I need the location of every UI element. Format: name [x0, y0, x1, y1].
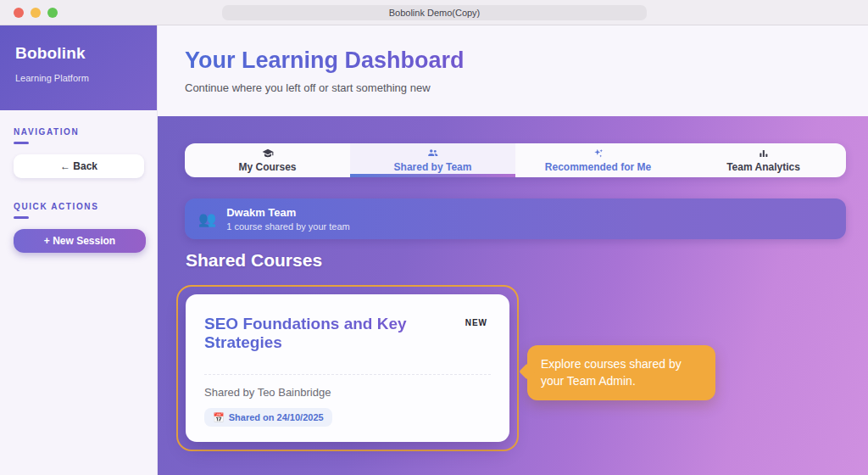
tab-team-analytics[interactable]: Team Analytics: [681, 143, 846, 177]
new-session-button[interactable]: + New Session: [14, 229, 146, 253]
team-course-count: 1 course shared by your team: [226, 221, 350, 232]
team-people-icon: 👥: [198, 212, 216, 226]
highlight-outline: SEO Foundations and Key Strategies NEW S…: [176, 285, 519, 451]
tabbar: My Courses Shared by Team Recommended fo…: [185, 143, 846, 177]
minimize-button[interactable]: [31, 8, 41, 18]
people-icon: [426, 148, 439, 159]
quick-actions-section-label: QUICK ACTIONS: [14, 202, 143, 211]
team-banner-text: Dwakm Team 1 course shared by your team: [226, 206, 350, 232]
window-title: Bobolink Demo(Copy): [389, 8, 481, 18]
course-title: SEO Foundations and Key Strategies: [204, 315, 457, 352]
graduation-cap-icon: [262, 148, 274, 159]
shared-date-badge: 📅 Shared on 24/10/2025: [204, 408, 332, 427]
page-title: Your Learning Dashboard: [185, 48, 465, 74]
course-card[interactable]: SEO Foundations and Key Strategies NEW S…: [186, 294, 509, 442]
shared-courses-heading: Shared Courses: [186, 250, 322, 271]
bar-chart-icon: [758, 148, 770, 159]
titlebar: Bobolink Demo(Copy): [0, 0, 868, 25]
navigation-underline: [14, 142, 29, 144]
traffic-lights: [14, 8, 58, 18]
sparkles-icon: [593, 148, 604, 159]
sidebar-body: NAVIGATION ← Back QUICK ACTIONS + New Se…: [0, 110, 157, 270]
dashboard-content: My Courses Shared by Team Recommended fo…: [158, 116, 868, 475]
zoom-button[interactable]: [47, 8, 58, 18]
navigation-section-label: NAVIGATION: [14, 127, 143, 137]
quick-actions-underline: [14, 216, 29, 219]
back-button[interactable]: ← Back: [14, 154, 144, 178]
tab-label: My Courses: [238, 161, 296, 173]
team-name: Dwakm Team: [226, 206, 350, 219]
tab-label: Recommended for Me: [545, 161, 651, 173]
brand-name: Bobolink: [15, 44, 142, 63]
tab-shared-by-team[interactable]: Shared by Team: [350, 143, 515, 177]
close-button[interactable]: [14, 8, 24, 18]
new-badge: NEW: [465, 318, 487, 327]
app-window: Bobolink Demo(Copy) Bobolink Learning Pl…: [0, 0, 868, 475]
window-title-tab[interactable]: Bobolink Demo(Copy): [222, 5, 647, 20]
brand-tagline: Learning Platform: [15, 73, 142, 83]
coach-tooltip: Explore courses shared by your Team Admi…: [527, 345, 715, 400]
tooltip-text: Explore courses shared by your Team Admi…: [541, 357, 682, 388]
page-header: Your Learning Dashboard Continue where y…: [158, 25, 868, 116]
main-area: Your Learning Dashboard Continue where y…: [158, 25, 868, 475]
tab-my-courses[interactable]: My Courses: [185, 143, 350, 177]
shared-date-text: Shared on 24/10/2025: [229, 412, 324, 422]
team-banner[interactable]: 👥 Dwakm Team 1 course shared by your tea…: [185, 198, 846, 239]
tab-recommended-for-me[interactable]: Recommended for Me: [515, 143, 681, 177]
shared-by-text: Shared by Teo Bainbridge: [204, 386, 491, 399]
course-card-header: SEO Foundations and Key Strategies NEW: [204, 315, 491, 352]
calendar-icon: 📅: [213, 413, 225, 422]
page-subtitle: Continue where you left off or start som…: [185, 81, 868, 94]
tab-label: Team Analytics: [726, 161, 800, 173]
sidebar: Bobolink Learning Platform NAVIGATION ← …: [0, 25, 158, 475]
sidebar-brand: Bobolink Learning Platform: [0, 25, 157, 110]
tab-label: Shared by Team: [394, 161, 472, 173]
card-divider: [204, 374, 491, 375]
